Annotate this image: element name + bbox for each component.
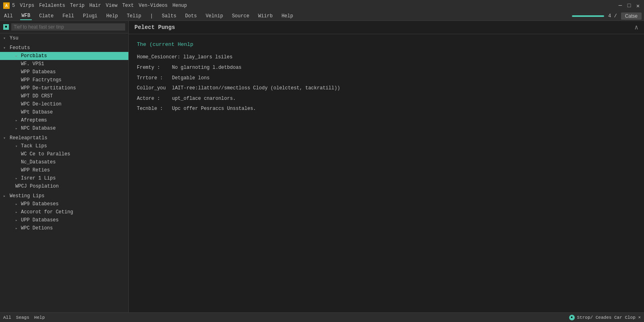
menu-vlrps[interactable]: Vlrps	[20, 3, 34, 8]
tree-label-wpc-delection: WPC De-lection	[21, 101, 62, 107]
chevron-right-icon: ▸	[15, 126, 19, 131]
tree-item-wf-vps1[interactable]: WF. VPS1	[0, 60, 128, 68]
tree-root-reeleaprtatls[interactable]: ▾ Reeleaprtatls	[0, 134, 128, 142]
menu-telip[interactable]: Telip	[125, 12, 143, 20]
content-line-fremty: Fremty : No glarnoting l.detbdoas	[137, 64, 636, 72]
menu-plugi[interactable]: Plugi	[81, 12, 99, 20]
menu-view[interactable]: View	[106, 3, 118, 8]
content-line-tecnble: Tecnble : Upc offer Pesraccs Unsstales.	[137, 105, 636, 114]
tree-item-wpt-datbase[interactable]: WPt Datbase	[0, 108, 128, 116]
menu-henup[interactable]: Henup	[173, 3, 187, 8]
content-line-home: Home_Cesioncer: llay_laors lsiles	[137, 53, 636, 62]
content-value-tecnble: Upc offer Pesraccs Unsstales.	[172, 106, 256, 111]
content-value-fremty: No glarnoting l.detbdoas	[172, 65, 242, 70]
tree-item-afreptems[interactable]: ▸ Afreptems	[0, 116, 128, 124]
menu-hair[interactable]: Hair	[89, 3, 101, 8]
tree-label-wpc-detions: WPC Detions	[21, 225, 53, 231]
chevron-right-icon: ▸	[15, 218, 19, 223]
tree-root-feotuts[interactable]: ▾ Feotuts	[0, 44, 128, 52]
menu-dots[interactable]: Dots	[184, 12, 198, 20]
title-bar-left: A 5 Vlrps Felalents Terip Hair View Text…	[3, 2, 187, 9]
filter-button[interactable]: Catse	[621, 12, 642, 20]
tree-label-afreptems: Afreptems	[21, 118, 47, 123]
menu-5[interactable]: 5	[12, 3, 15, 8]
minimize-button[interactable]: ─	[617, 3, 623, 8]
close-button[interactable]: ✕	[635, 3, 641, 8]
status-left: All Seags Help	[3, 315, 45, 320]
tree-label-wf-vps1: WF. VPS1	[21, 61, 44, 67]
tree-item-wpp-factrytngs[interactable]: WPP Factrytngs	[0, 76, 128, 84]
tree-item-wpc-detions[interactable]: ▸ WPC Detions	[0, 224, 128, 232]
tree-label-tack-lips: Tack Lips	[21, 143, 47, 149]
menu-all[interactable]: All	[2, 12, 14, 20]
tree-item-wpp-detartitations[interactable]: WPP De-tartitations	[0, 84, 128, 92]
tree-item-wpcj-posplation[interactable]: WPCJ Posplation	[0, 182, 128, 190]
content-value-home: llay_laors lsiles	[183, 54, 232, 60]
tree-item-wpp-reties[interactable]: WPP Reties	[0, 166, 128, 174]
tree-label-wpt-datbase: WPt Datbase	[21, 109, 53, 115]
sidebar-search-input[interactable]	[11, 23, 125, 31]
tree-label-wpcj-posplation: WPCJ Posplation	[15, 184, 59, 189]
tree-root-ysu[interactable]: ▾ Ysu	[0, 34, 128, 42]
menu-fell[interactable]: Fell	[61, 12, 76, 20]
status-right: ● Strop/ Ceades Car Clop ×	[569, 315, 641, 320]
sidebar: ■ ▾ Ysu ▾ Feotuts ▸ Porcblats WF. VPS1	[0, 21, 129, 312]
content-panel: Pelect Pungs ∧ The (current Henlp Home_C…	[129, 21, 644, 312]
chevron-down-icon: ▾	[15, 144, 19, 149]
menu-text[interactable]: Text	[122, 3, 134, 8]
status-seags[interactable]: Seags	[16, 315, 29, 320]
tree-item-npc-database[interactable]: ▸ NPC Database	[0, 124, 128, 132]
menu-bar: All WFB Clate Fell Plugi Help Telip | Sa…	[0, 11, 644, 21]
tree-item-porcblats[interactable]: ▸ Porcblats	[0, 52, 128, 60]
status-help[interactable]: Help	[34, 315, 45, 320]
content-label-collor: Collor_you	[137, 84, 169, 93]
maximize-button[interactable]: □	[626, 3, 632, 8]
content-label-trrtore: Trrtore :	[137, 74, 169, 83]
status-all[interactable]: All	[3, 315, 11, 320]
content-value-collor: lAIT-ree:llatton//smectloss Clody (olelc…	[172, 85, 340, 91]
search-progress-bar	[572, 15, 604, 17]
tree-root-westing-lips[interactable]: ▸ Westing Lips	[0, 192, 128, 200]
menu-source[interactable]: Source	[230, 12, 251, 20]
tree-label-reeleaprtatls: Reeleaprtatls	[10, 135, 47, 141]
tree-label-upp-databases: UPP Databases	[21, 217, 59, 223]
content-label-actore: Actore :	[137, 95, 169, 103]
chevron-down-icon: ▾	[3, 136, 8, 140]
tree-item-upp-databases[interactable]: ▸ UPP Databases	[0, 216, 128, 224]
tree-item-nc-datasates[interactable]: Nc_Datasates	[0, 158, 128, 166]
tree-item-wpt-dd-crst[interactable]: WPT DD CRST	[0, 92, 128, 100]
tree-item-wpc-delection[interactable]: WPC De-lection	[0, 100, 128, 108]
menu-wiirb[interactable]: Wiirb	[256, 12, 274, 20]
tree-label-npc-database: NPC Database	[21, 126, 56, 131]
content-title: Pelect Pungs	[134, 24, 175, 31]
tree-label-westing-lips: Westing Lips	[10, 193, 44, 199]
content-heading: The (current Henlp	[137, 40, 636, 49]
tree-item-wp9-databeses[interactable]: ▸ WP9 Databeses	[0, 200, 128, 208]
tree-section-reeleaprtatls: ▾ Reeleaprtatls ▾ Tack Lips WC Ce to Par…	[0, 133, 128, 191]
tree-label-nc-datasates: Nc_Datasates	[21, 159, 56, 165]
menu-wfb[interactable]: WFB	[20, 12, 32, 20]
tree-item-accorot-for-ceting[interactable]: ▸ Accorot for Ceting	[0, 208, 128, 216]
tree-label-wpp-reties: WPP Reties	[21, 167, 50, 173]
menu-felalents[interactable]: Felalents	[39, 3, 65, 8]
title-bar-menus: 5 Vlrps Felalents Terip Hair View Text V…	[12, 3, 187, 8]
status-bar: All Seags Help ● Strop/ Ceades Car Clop …	[0, 312, 644, 322]
menu-terip[interactable]: Terip	[70, 3, 85, 8]
tree-item-wc-ce-to-paralles[interactable]: WC Ce to Paralles	[0, 150, 128, 158]
content-line-actore: Actore : upt_oflace cnaronlors.	[137, 95, 636, 103]
menu-salts[interactable]: Salts	[160, 12, 178, 20]
status-text: Strop/ Ceades Car Clop ×	[577, 315, 641, 320]
menu-ven-videos[interactable]: Ven-Videos	[138, 3, 167, 8]
tree-item-isrer-1-lips[interactable]: ▸ Isrer 1 Lips	[0, 174, 128, 182]
menu-clate[interactable]: Clate	[37, 12, 55, 20]
chevron-down-icon: ▾	[3, 36, 8, 41]
content-body: The (current Henlp Home_Cesioncer: llay_…	[129, 34, 644, 121]
menu-help[interactable]: Help	[105, 12, 120, 20]
menu-help2[interactable]: Help	[280, 12, 295, 20]
content-label-home: Home_Cesioncer:	[137, 53, 180, 62]
content-close-button[interactable]: ∧	[634, 23, 638, 31]
tree-item-wpp-databeas[interactable]: WPP Databeas	[0, 68, 128, 76]
chevron-right-icon: ▸	[3, 194, 8, 198]
menu-velnip[interactable]: Velnip	[204, 12, 225, 20]
tree-item-tack-lips[interactable]: ▾ Tack Lips	[0, 142, 128, 150]
